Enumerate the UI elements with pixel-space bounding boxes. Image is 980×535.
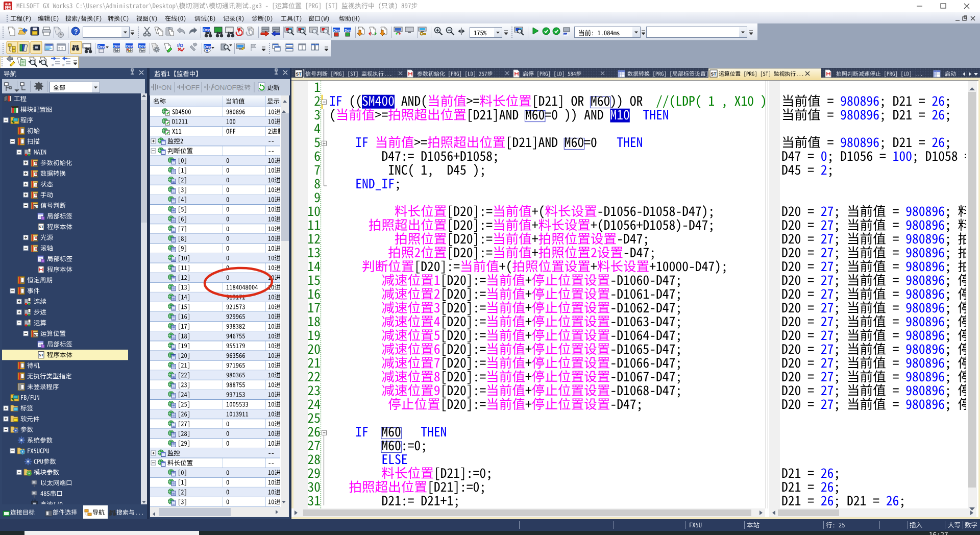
svg-text:Dev: Dev <box>203 28 210 32</box>
svg-text:ST: ST <box>711 71 717 77</box>
svg-text:HKY: HKY <box>226 28 232 31</box>
svg-text:Dev: Dev <box>113 44 120 48</box>
svg-text:ST: ST <box>39 225 44 229</box>
svg-text:Dev: Dev <box>333 29 340 32</box>
svg-text:OK: OK <box>564 33 569 36</box>
svg-text:Dev: Dev <box>98 45 105 48</box>
svg-text:Dev: Dev <box>126 44 133 48</box>
svg-text:ST: ST <box>296 71 302 77</box>
svg-text:Dev: Dev <box>204 45 211 48</box>
svg-text:Dev: Dev <box>139 44 145 48</box>
svg-text:ST: ST <box>34 333 38 336</box>
svg-text:ST: ST <box>34 205 38 208</box>
svg-text:ON/OFF: ON/OFF <box>214 84 240 91</box>
svg-text:#: # <box>62 63 65 67</box>
svg-text:OFF: OFF <box>186 84 200 91</box>
svg-text:?: ? <box>74 28 78 35</box>
svg-text:ST: ST <box>39 353 44 357</box>
svg-text:#: # <box>52 63 54 67</box>
svg-text:ON: ON <box>161 84 172 91</box>
svg-text:Dev: Dev <box>345 29 351 32</box>
svg-text:I/O: I/O <box>177 43 183 48</box>
